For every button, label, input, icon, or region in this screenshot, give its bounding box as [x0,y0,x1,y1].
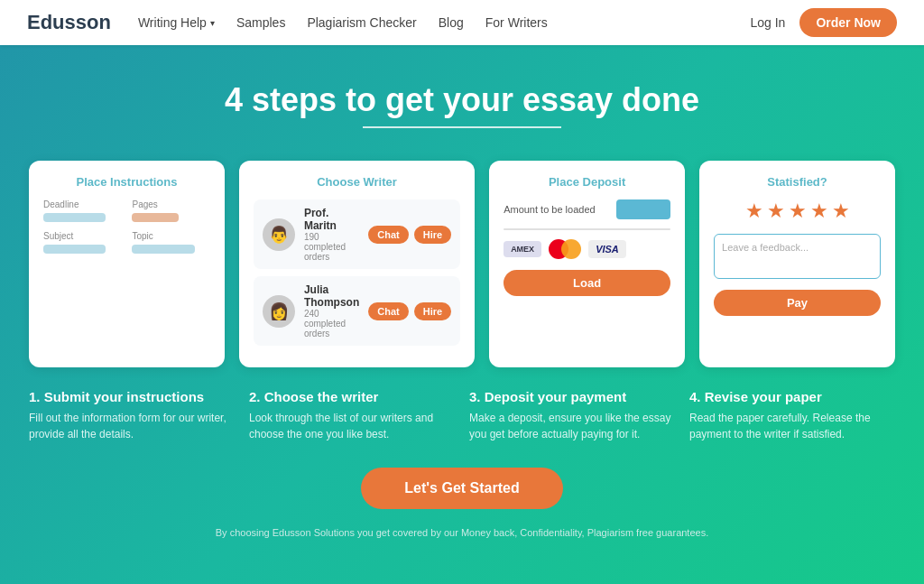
nav-actions: Log In Order Now [750,8,897,37]
deadline-label: Deadline [43,199,121,209]
step-1-desc: 1. Submit your instructions Fill out the… [29,389,235,442]
step-card-4: Statisfied? ★ ★ ★ ★ ★ Leave a feedback..… [699,161,895,367]
card-1-title: Place Instructions [43,175,210,189]
writer-item-2: 👩 Julia Thompson 240 completed orders Ch… [254,276,460,346]
writer-1-name: Prof. Maritn [304,207,359,232]
form-mock: Deadline Pages Subject Topic [43,199,210,254]
nav-plagiarism[interactable]: Plagiarism Checker [307,15,416,30]
writer-1-info: Prof. Maritn 190 completed orders [304,207,359,262]
payment-amount-row: Amount to be loaded [504,199,670,219]
steps-desc-row: 1. Submit your instructions Fill out the… [29,389,895,442]
amex-icon: AMEX [504,241,541,257]
step-2-desc: 2. Choose the writer Look through the li… [249,389,455,442]
writer-1-chat-button[interactable]: Chat [368,226,408,244]
nav-writing-help[interactable]: Writing Help ▾ [138,15,215,30]
step-1-text: Fill out the information form for our wr… [29,410,235,442]
step-3-desc: 3. Deposit your payment Make a deposit, … [469,389,675,442]
card-4-title: Statisfied? [714,175,881,189]
cta-button[interactable]: Let's Get Started [361,468,562,509]
writer-1-orders: 190 completed orders [304,232,359,262]
card-2-title: Choose Writer [254,175,460,189]
pay-button[interactable]: Pay [714,290,881,316]
step-3-title: 3. Deposit your payment [469,389,675,404]
navbar: Edusson Writing Help ▾ Samples Plagiaris… [0,0,924,45]
brand-logo: Edusson [27,11,111,34]
step-card-1: Place Instructions Deadline Pages Subjec… [29,161,225,367]
step-card-3: Place Deposit Amount to be loaded AMEX V… [489,161,685,367]
step-4-title: 4. Revise your paper [689,389,895,404]
nav-links: Writing Help ▾ Samples Plagiarism Checke… [138,15,751,30]
star-2: ★ [767,199,785,223]
steps-cards-row: Place Instructions Deadline Pages Subjec… [29,161,895,367]
nav-blog[interactable]: Blog [439,15,464,30]
writer-2-chat-button[interactable]: Chat [368,302,408,320]
writer-1-avatar: 👨 [263,218,295,251]
form-subject: Subject [43,231,121,254]
footer-note: By choosing Edusson Solutions you get co… [216,527,708,538]
rating-stars: ★ ★ ★ ★ ★ [714,199,881,223]
amount-label: Amount to be loaded [504,204,609,215]
subject-bar [43,245,106,254]
subject-label: Subject [43,231,121,241]
step-3-text: Make a deposit, ensure you like the essa… [469,410,675,442]
card-3-title: Place Deposit [504,175,670,189]
hero-section: 4 steps to get your essay done Place Ins… [0,45,924,584]
step-4-text: Read the paper carefully. Release the pa… [689,410,895,442]
chevron-down-icon: ▾ [210,18,215,28]
writer-2-avatar: 👩 [263,295,295,328]
pages-bar [132,213,179,222]
nav-for-writers[interactable]: For Writers [485,15,548,30]
writer-2-hire-button[interactable]: Hire [414,302,451,320]
writer-1-hire-button[interactable]: Hire [414,226,451,244]
hero-underline [363,126,561,128]
pages-label: Pages [132,199,209,209]
step-2-title: 2. Choose the writer [249,389,455,404]
writer-2-actions: Chat Hire [368,302,451,320]
writer-1-actions: Chat Hire [368,226,451,244]
topic-bar [132,245,194,254]
topic-label: Topic [132,231,209,241]
payment-icons: AMEX VISA [504,239,670,259]
visa-icon: VISA [588,240,626,258]
order-now-button[interactable]: Order Now [799,8,897,37]
star-3: ★ [789,199,807,223]
amount-bar [616,199,670,219]
form-pages: Pages [132,199,209,222]
mastercard-icon [549,239,581,259]
payment-divider [504,228,670,230]
deadline-bar [43,213,106,222]
writer-item-1: 👨 Prof. Maritn 190 completed orders Chat… [254,199,460,269]
step-1-title: 1. Submit your instructions [29,389,235,404]
writer-2-name: Julia Thompson [304,283,359,309]
form-row-2: Subject Topic [43,231,210,254]
step-2-text: Look through the list of our writers and… [249,410,455,442]
form-deadline: Deadline [43,199,121,222]
step-4-desc: 4. Revise your paper Read the paper care… [689,389,895,442]
writer-2-orders: 240 completed orders [304,309,359,338]
login-button[interactable]: Log In [750,15,785,30]
feedback-box[interactable]: Leave a feedback... [714,234,881,279]
nav-samples[interactable]: Samples [236,15,285,30]
step-card-2: Choose Writer 👨 Prof. Maritn 190 complet… [239,161,475,367]
star-4: ★ [810,199,828,223]
star-1: ★ [745,199,763,223]
hero-title: 4 steps to get your essay done [225,81,699,119]
form-topic: Topic [132,231,209,254]
form-row-1: Deadline Pages [43,199,210,222]
writer-2-info: Julia Thompson 240 completed orders [304,283,359,338]
load-button[interactable]: Load [504,270,670,296]
star-5: ★ [832,199,850,223]
